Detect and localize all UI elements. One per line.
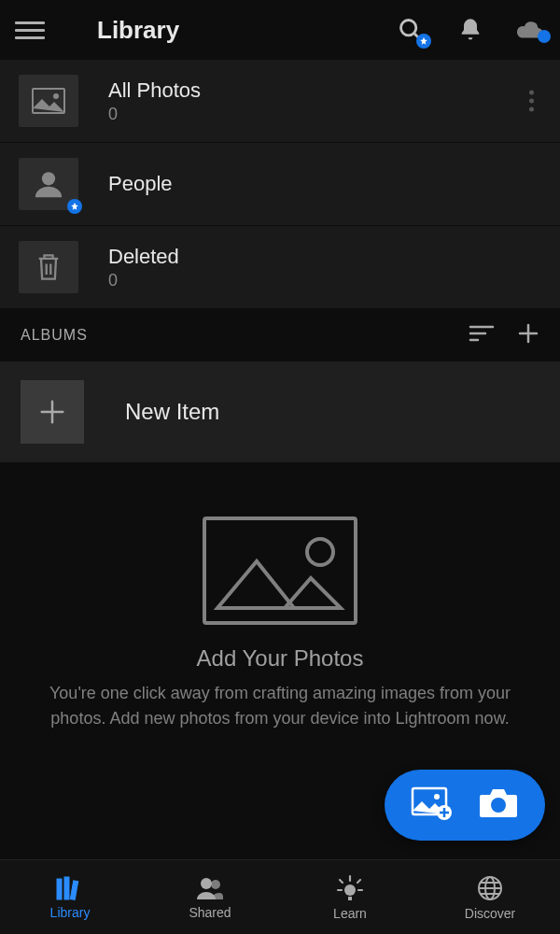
- svg-point-18: [491, 798, 506, 813]
- svg-rect-19: [57, 879, 62, 899]
- header-actions: [396, 15, 545, 45]
- albums-section-label: ALBUMS: [21, 327, 88, 344]
- discover-icon: [476, 874, 504, 902]
- app-header: Library: [0, 0, 560, 60]
- svg-point-3: [42, 172, 55, 185]
- svg-point-22: [201, 878, 212, 889]
- camera-icon: [478, 787, 519, 819]
- svg-line-28: [357, 880, 360, 883]
- deleted-count: 0: [108, 271, 179, 290]
- new-album-label: New Item: [125, 399, 219, 425]
- albums-section-header: ALBUMS: [0, 309, 560, 361]
- trash-icon: [35, 252, 62, 282]
- svg-point-24: [344, 884, 356, 896]
- empty-state-title: Add Your Photos: [197, 645, 364, 672]
- person-icon: [33, 168, 64, 200]
- all-photos-label: All Photos: [108, 78, 201, 103]
- nav-discover[interactable]: Discover: [420, 874, 560, 921]
- svg-rect-21: [70, 880, 77, 899]
- svg-rect-25: [348, 897, 352, 900]
- svg-rect-20: [64, 877, 69, 899]
- nav-library[interactable]: Library: [0, 875, 140, 920]
- svg-point-23: [211, 880, 220, 889]
- nav-discover-label: Discover: [465, 906, 515, 921]
- new-album-icon-box: [21, 380, 84, 444]
- bottom-navigation: Library Shared Learn Discover: [0, 859, 560, 934]
- empty-state: Add Your Photos You're one click away fr…: [0, 462, 560, 750]
- deleted-icon-box: [19, 241, 78, 293]
- people-item[interactable]: People: [0, 143, 560, 226]
- cloud-sync-button[interactable]: [515, 15, 545, 45]
- library-sections-list: All Photos 0 People Deleted 0: [0, 60, 560, 309]
- library-icon: [55, 875, 85, 901]
- learn-icon: [336, 874, 364, 902]
- sync-status-indicator: [538, 30, 551, 43]
- nav-learn[interactable]: Learn: [280, 874, 420, 921]
- svg-line-27: [340, 880, 343, 883]
- svg-point-14: [434, 794, 440, 800]
- plus-icon: [38, 398, 66, 426]
- add-album-button[interactable]: [517, 322, 539, 348]
- new-album-item[interactable]: New Item: [0, 361, 560, 462]
- sort-icon: [469, 324, 495, 343]
- more-options-button[interactable]: [529, 91, 534, 112]
- nav-shared[interactable]: Shared: [140, 875, 280, 920]
- deleted-item[interactable]: Deleted 0: [0, 226, 560, 309]
- plus-icon: [517, 322, 539, 345]
- hamburger-menu-button[interactable]: [15, 15, 45, 45]
- nav-library-label: Library: [50, 905, 91, 920]
- notifications-button[interactable]: [455, 15, 485, 45]
- all-photos-count: 0: [108, 105, 201, 124]
- shared-icon: [195, 875, 225, 901]
- nav-shared-label: Shared: [189, 905, 231, 920]
- page-title: Library: [97, 16, 179, 45]
- camera-capture-button[interactable]: [478, 787, 519, 823]
- empty-photo-icon: [201, 515, 359, 627]
- svg-point-0: [401, 21, 416, 35]
- add-photos-fab[interactable]: [385, 770, 545, 841]
- import-photo-button[interactable]: [411, 786, 452, 824]
- deleted-label: Deleted: [108, 245, 179, 269]
- svg-point-12: [307, 539, 333, 565]
- all-photos-icon-box: [19, 75, 78, 127]
- people-icon-box: [19, 158, 78, 210]
- empty-state-description: You're one click away from crafting amaz…: [30, 681, 530, 731]
- svg-point-2: [53, 93, 59, 99]
- image-plus-icon: [411, 786, 452, 820]
- search-button[interactable]: [396, 15, 426, 45]
- sort-albums-button[interactable]: [469, 324, 495, 347]
- bell-icon: [457, 17, 483, 43]
- photo-icon: [32, 88, 65, 114]
- star-badge-icon: [416, 34, 431, 49]
- nav-learn-label: Learn: [333, 906, 367, 921]
- star-badge-icon: [67, 199, 82, 214]
- people-label: People: [108, 172, 173, 196]
- all-photos-item[interactable]: All Photos 0: [0, 60, 560, 143]
